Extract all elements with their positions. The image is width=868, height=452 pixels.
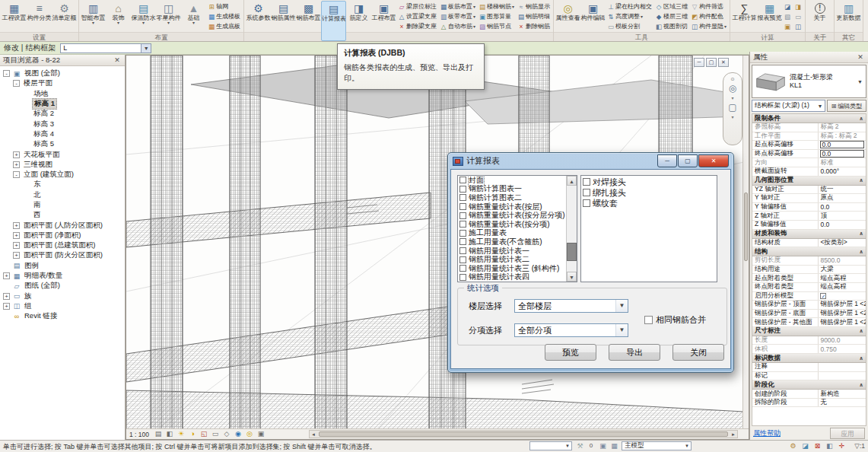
property-value[interactable]: 大梁 <box>818 266 866 274</box>
tree-item[interactable]: 标高 3 <box>0 119 125 129</box>
ribbon-button-report-edit[interactable]: ▧ <box>782 11 793 21</box>
ribbon-button-report-chart[interactable]: ▣ <box>782 21 793 31</box>
ribbon-button-view-section[interactable]: ◧视图剖切 <box>653 21 689 31</box>
collapse-icon[interactable]: ∧ <box>859 116 863 122</box>
scrollbar-thumb[interactable] <box>744 193 748 261</box>
scrollbar-thumb[interactable] <box>567 243 577 261</box>
ribbon-button-smart-layout[interactable]: ▥智能布置▾ <box>81 1 106 32</box>
tree-item[interactable]: -▣视图 (全部) <box>0 68 125 78</box>
tree-item[interactable]: +三维视图 <box>0 160 125 170</box>
ribbon-button-component-category[interactable]: ≡构件分类 <box>27 1 52 32</box>
view-restore-button[interactable]: ▢ <box>706 58 717 67</box>
ribbon-button-auto-rebar[interactable]: △自动布筋▾ <box>438 21 477 31</box>
ribbon-button-about[interactable]: !关于 <box>807 1 832 32</box>
checkbox-icon[interactable] <box>459 177 466 183</box>
ribbon-button-slab-strip-layout[interactable]: ▥板带布置▾ <box>438 11 477 21</box>
property-value[interactable]: 新构造 <box>818 390 866 398</box>
tree-item[interactable]: -楼层平面 <box>0 78 125 88</box>
property-value[interactable]: 端点高程 <box>818 274 866 282</box>
select-underlay-elements-icon[interactable]: ◪ <box>800 441 810 450</box>
ribbon-button-rebar-display[interactable]: ≈钢筋显示 <box>516 2 552 11</box>
preview-button[interactable]: 预览 <box>545 344 596 361</box>
ribbon-button-beam-insitu-annotation[interactable]: ▱梁原位标注 <box>396 2 438 11</box>
ribbon-button-project-layout[interactable]: ▣工程布置 <box>371 1 396 32</box>
checkbox-icon[interactable] <box>583 178 590 186</box>
checkbox-icon[interactable] <box>644 316 653 324</box>
dialog-title-bar[interactable]: 计算报表 ─ ▢ ✕ <box>450 153 731 169</box>
ribbon-button-report-preview[interactable]: ▦报表预览 <box>757 1 782 32</box>
merge-rebar-checkbox[interactable]: 相同钢筋合并 <box>644 314 706 326</box>
tree-item[interactable]: +天花板平面 <box>0 149 125 159</box>
checkbox-icon[interactable] <box>459 221 466 228</box>
view-close-button[interactable]: ✕ <box>718 58 729 67</box>
checkbox-icon[interactable] <box>583 199 590 207</box>
editing-requests-icon[interactable]: ⚒ <box>575 441 585 450</box>
ribbon-button-report-save[interactable]: ◫ <box>793 21 803 31</box>
expand-icon[interactable]: + <box>13 252 20 259</box>
floor-select-combo[interactable]: 全部楼层 ▼ <box>514 299 628 313</box>
property-group-header[interactable]: 几何图形位置∧ <box>752 177 866 186</box>
collapse-icon[interactable]: ∧ <box>859 355 863 361</box>
ribbon-button-update-data[interactable]: ▥更新数据 <box>836 1 861 32</box>
ribbon-button-stirrup-definition[interactable]: ◨筋定义 <box>346 1 371 32</box>
ribbon-button-delete-rebar[interactable]: ×删除钢筋 <box>516 21 552 31</box>
property-value[interactable]: 端点高程 <box>818 283 866 291</box>
property-value[interactable]: 顶 <box>818 212 866 220</box>
ribbon-button-report-export[interactable]: ◨ <box>793 2 803 11</box>
apply-button[interactable]: 应用 <box>830 428 865 439</box>
expand-icon[interactable]: + <box>3 293 10 300</box>
property-value[interactable]: 钢筋保护层 1 <2... <box>818 310 866 318</box>
close-icon[interactable]: ✕ <box>113 56 122 64</box>
tree-item[interactable]: +面积平面 (防火分区面积) <box>0 250 125 260</box>
ribbon-button-component-edit[interactable]: ▣构件编辑 <box>580 1 606 32</box>
ribbon-button-graphic-quantity[interactable]: ▣图形算量 <box>477 11 516 21</box>
property-value[interactable]: 统一 <box>818 186 866 194</box>
export-button[interactable]: 导出 <box>609 344 660 361</box>
ribbon-button-height-adjust[interactable]: ⇅高度调整▾ <box>606 11 653 21</box>
property-group-header[interactable]: 阶段化∧ <box>752 380 866 390</box>
close-button[interactable]: ✕ <box>698 154 729 167</box>
close-button[interactable]: 关闭 <box>672 344 724 361</box>
ribbon-button-system-parameters[interactable]: ⚙系统参数 <box>246 1 271 32</box>
tree-item[interactable]: 标高 5 <box>0 139 125 149</box>
property-value[interactable] <box>818 363 866 371</box>
property-value-input[interactable]: 0.0 <box>820 150 864 158</box>
ribbon-button-generate-floor[interactable]: ▦生成楼板 <box>206 11 242 21</box>
reveal-hidden-elements-icon[interactable]: ◎ <box>245 430 254 438</box>
checkbox-icon[interactable] <box>459 274 466 281</box>
tree-item[interactable]: 西 <box>0 210 125 220</box>
collapse-icon[interactable]: ∧ <box>859 249 863 255</box>
ribbon-button-quota-list[interactable]: ⚙清单定额 <box>52 1 77 32</box>
zoom-tool-icon[interactable]: ▢ <box>728 102 736 113</box>
ribbon-button-slab-rebar-layout[interactable]: ▦板筋布置▾ <box>438 2 477 11</box>
item-select-combo[interactable]: 全部分项 ▼ <box>514 323 628 337</box>
property-value[interactable]: 0.0 <box>818 203 866 212</box>
filter-icon[interactable]: ▽:1 <box>854 442 865 450</box>
ribbon-button-set-beam-support[interactable]: △设置梁支座 <box>396 11 438 21</box>
property-value[interactable]: 钢筋保护层 1 <2... <box>818 301 866 309</box>
tree-item[interactable]: 南 <box>0 200 125 210</box>
visual-style-icon[interactable]: ◧ <box>165 430 174 438</box>
crop-view-icon[interactable]: ◱ <box>199 430 208 438</box>
ribbon-button-formwork-split[interactable]: ▭模板分割 <box>606 21 653 31</box>
temporary-hide-isolate-icon[interactable]: ◉ <box>234 430 243 438</box>
select-links-icon[interactable]: ⚙ <box>788 441 798 450</box>
tree-item[interactable]: ∞Revit 链接 <box>0 311 125 321</box>
chevron-down-icon[interactable]: ▼ <box>857 79 864 84</box>
ribbon-button-region-3d[interactable]: ◇区域三维 <box>653 2 689 11</box>
tree-item[interactable]: +▦明细表/数量 <box>0 271 125 281</box>
ribbon-button-floor-3d[interactable]: ◆楼层三维 <box>653 11 689 21</box>
collapse-icon[interactable]: - <box>3 70 10 77</box>
tree-item[interactable]: +▭族 <box>0 291 125 301</box>
select-elements-by-face-icon[interactable]: ◧ <box>825 441 835 450</box>
property-value[interactable]: 0.0 <box>818 221 866 229</box>
collapse-icon[interactable]: ∧ <box>859 177 863 183</box>
navbar-options-icon[interactable]: ⊙ <box>730 76 734 81</box>
view-minimize-button[interactable]: ─ <box>694 58 704 67</box>
tree-item[interactable]: 东 <box>0 180 125 189</box>
property-group-header[interactable]: 标识数据∧ <box>752 354 866 363</box>
ribbon-button-grid-axis[interactable]: ⊞轴网 <box>206 2 242 11</box>
scroll-left-icon[interactable]: ◄ <box>310 432 317 437</box>
ribbon-button-report-print[interactable]: ▭ <box>793 11 803 21</box>
tree-item[interactable]: -立面 (建筑立面) <box>0 170 125 180</box>
